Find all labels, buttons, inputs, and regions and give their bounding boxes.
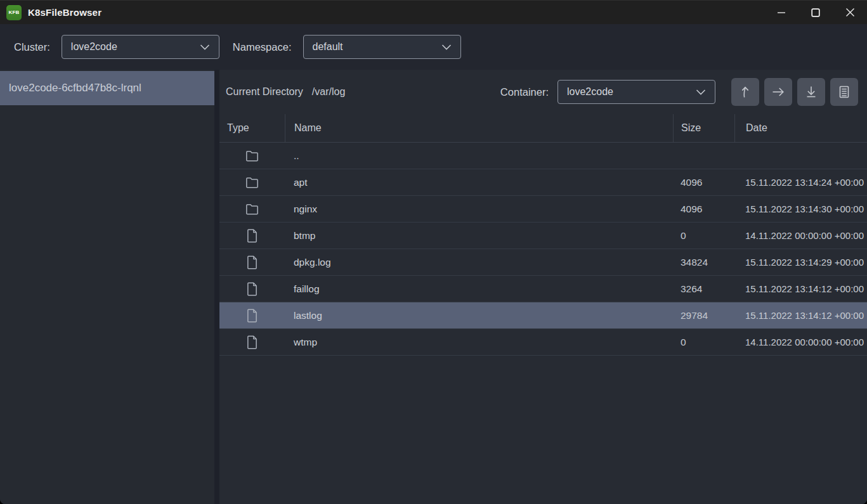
cluster-label: Cluster:: [14, 41, 50, 53]
cluster-value: love2code: [71, 41, 117, 53]
file-name: btmp: [285, 230, 673, 242]
file-type-cell: [219, 176, 285, 189]
file-type-cell: [219, 335, 285, 350]
file-type-cell: [219, 202, 285, 216]
sidebar-divider: [214, 70, 219, 504]
file-icon: [246, 281, 258, 297]
container-value: love2code: [567, 86, 613, 98]
file-icon: [246, 228, 258, 243]
file-size: 34824: [673, 257, 734, 268]
app-logo-icon: KFB: [6, 5, 22, 20]
file-type-cell: [219, 149, 285, 162]
navigate-up-icon: [738, 84, 753, 100]
namespace-value: default: [313, 41, 343, 53]
follow-link-icon: [771, 84, 786, 100]
namespace-label: Namespace:: [233, 41, 292, 53]
file-table-body: .. apt 4096 15.11.2022 13:14:24 +00:00 n…: [219, 143, 867, 504]
file-type-cell: [219, 255, 285, 270]
column-header-size[interactable]: Size: [673, 114, 734, 142]
table-row[interactable]: apt 4096 15.11.2022 13:14:24 +00:00: [219, 169, 867, 196]
file-type-cell: [219, 228, 285, 243]
view-file-button[interactable]: [830, 78, 858, 106]
follow-link-button[interactable]: [764, 78, 792, 106]
directory-header: Current Directory /var/log Container: lo…: [219, 70, 867, 114]
file-name: lastlog: [285, 310, 673, 321]
maximize-icon: [811, 8, 820, 17]
file-name: faillog: [285, 283, 673, 295]
chevron-down-icon: [696, 89, 706, 95]
file-size: 4096: [673, 204, 734, 215]
download-icon: [804, 84, 819, 100]
file-date: 15.11.2022 13:14:29 +00:00: [734, 257, 867, 268]
folder-icon: [245, 149, 259, 162]
chevron-down-icon: [441, 44, 452, 50]
navigate-up-button[interactable]: [731, 78, 759, 106]
file-size: 4096: [673, 177, 734, 188]
minimize-button[interactable]: [764, 1, 799, 24]
table-row[interactable]: lastlog 29784 15.11.2022 13:14:12 +00:00: [219, 302, 867, 329]
table-row[interactable]: dpkg.log 34824 15.11.2022 13:14:29 +00:0…: [219, 249, 867, 276]
window-title: K8sFileBrowser: [28, 7, 101, 18]
file-name: apt: [285, 177, 673, 188]
close-button[interactable]: [833, 1, 867, 24]
close-icon: [845, 8, 855, 17]
file-name: nginx: [285, 204, 673, 215]
maximize-button[interactable]: [799, 1, 833, 24]
view-file-icon: [837, 84, 852, 100]
column-header-date[interactable]: Date: [734, 114, 867, 142]
file-icon: [246, 255, 258, 270]
file-date: 15.11.2022 13:14:30 +00:00: [734, 204, 867, 214]
file-size: 3264: [673, 283, 734, 295]
file-table-header: Type Name Size Date: [219, 114, 867, 143]
file-date: 15.11.2022 13:14:12 +00:00: [734, 283, 867, 294]
titlebar: KFB K8sFileBrowser: [0, 0, 867, 24]
current-directory-path: /var/log: [312, 86, 345, 98]
file-name: ..: [285, 150, 673, 162]
table-row[interactable]: faillog 3264 15.11.2022 13:14:12 +00:00: [219, 276, 867, 302]
file-date: 15.11.2022 13:14:12 +00:00: [734, 310, 867, 321]
chevron-down-icon: [200, 44, 210, 50]
container-dropdown[interactable]: love2code: [557, 80, 715, 104]
file-icon: [246, 308, 258, 323]
file-name: dpkg.log: [285, 257, 673, 268]
cluster-dropdown[interactable]: love2code: [62, 35, 219, 59]
table-row[interactable]: ..: [219, 143, 867, 169]
app-logo-text: KFB: [8, 10, 19, 15]
file-size: 0: [673, 230, 734, 242]
file-date: 15.11.2022 13:14:24 +00:00: [734, 177, 867, 188]
namespace-dropdown[interactable]: default: [303, 35, 461, 59]
pod-list: love2code-6cfbd47b8c-lrqnl: [0, 70, 214, 504]
file-date: 14.11.2022 00:00:00 +00:00: [734, 230, 867, 241]
file-date: 14.11.2022 00:00:00 +00:00: [734, 337, 867, 347]
pod-item[interactable]: love2code-6cfbd47b8c-lrqnl: [0, 71, 214, 105]
file-browser-pane: Current Directory /var/log Container: lo…: [219, 70, 867, 504]
cluster-toolbar: Cluster: love2code Namespace: default: [0, 24, 867, 70]
minimize-icon: [777, 8, 786, 17]
file-size: 29784: [673, 310, 734, 321]
column-header-name[interactable]: Name: [285, 114, 673, 142]
action-buttons: [731, 78, 858, 106]
current-directory-label: Current Directory: [226, 86, 303, 98]
file-name: wtmp: [285, 337, 673, 348]
container-label: Container:: [500, 86, 549, 98]
download-button[interactable]: [797, 78, 825, 106]
table-row[interactable]: wtmp 0 14.11.2022 00:00:00 +00:00: [219, 329, 867, 356]
file-size: 0: [673, 337, 734, 348]
folder-icon: [245, 202, 259, 216]
window-controls: [764, 1, 867, 24]
column-header-type[interactable]: Type: [219, 114, 285, 142]
file-type-cell: [219, 308, 285, 323]
table-row[interactable]: nginx 4096 15.11.2022 13:14:30 +00:00: [219, 196, 867, 223]
folder-icon: [245, 176, 259, 189]
file-type-cell: [219, 281, 285, 297]
app-window: KFB K8sFileBrowser: [0, 0, 867, 504]
file-icon: [246, 335, 258, 350]
table-row[interactable]: btmp 0 14.11.2022 00:00:00 +00:00: [219, 223, 867, 249]
